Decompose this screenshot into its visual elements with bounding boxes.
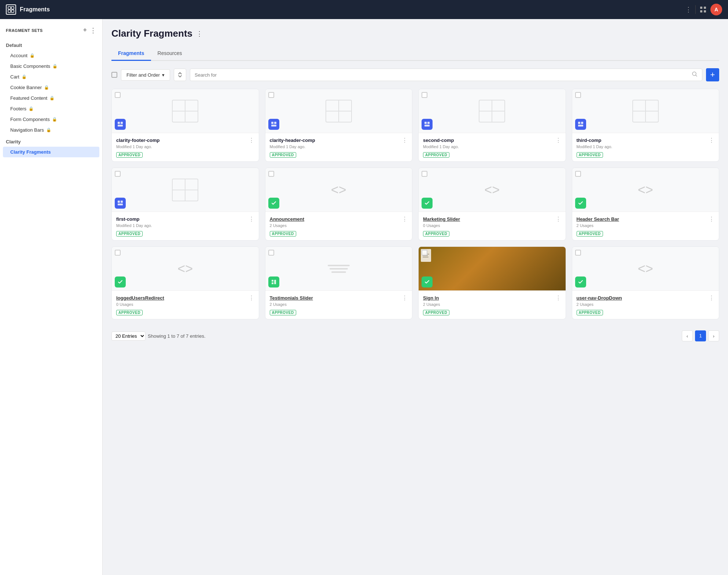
card-badge: APPROVED	[423, 152, 449, 158]
card-dots-icon[interactable]: ⋮	[555, 137, 561, 144]
card-badge: APPROVED	[577, 310, 603, 315]
layout-preview-icon	[324, 98, 353, 124]
card-icon-badge	[268, 276, 279, 288]
search-input[interactable]	[195, 72, 689, 78]
card-dots-icon[interactable]: ⋮	[249, 216, 254, 223]
prev-page-button[interactable]: ‹	[682, 330, 693, 341]
card-name[interactable]: Sign In	[423, 295, 439, 301]
fragment-card-first-comp[interactable]: first-comp ⋮ Modified 1 Day ago. APPROVE…	[111, 168, 259, 241]
sidebar-item-clarity-fragments[interactable]: Clarity Fragments	[3, 147, 99, 157]
tab-resources[interactable]: Resources	[151, 47, 189, 61]
card-checkbox[interactable]	[575, 92, 581, 98]
layout-preview-icon	[170, 177, 200, 203]
sidebar-item-footers-label: Footers	[10, 106, 26, 111]
card-checkbox[interactable]	[422, 250, 427, 256]
sidebar-item-navigation-bars[interactable]: Navigation Bars 🔒	[0, 125, 102, 135]
next-page-button[interactable]: ›	[708, 330, 719, 341]
fragment-card-sign-in[interactable]: Sign In ⋮ 2 Usages APPROVED	[418, 246, 566, 319]
fragment-card-third-comp[interactable]: third-comp ⋮ Modified 1 Day ago. APPROVE…	[572, 89, 720, 162]
add-fragment-set-icon[interactable]: +	[83, 26, 87, 34]
top-nav-left: Fragments	[6, 4, 50, 15]
sidebar-item-footers[interactable]: Footers 🔒	[0, 103, 102, 114]
top-nav-grid-icon[interactable]	[699, 6, 707, 13]
card-name[interactable]: loggedUsersRedirect	[116, 295, 164, 301]
sidebar-item-form-components[interactable]: Form Components 🔒	[0, 114, 102, 125]
fragment-card-clarity-footer-comp[interactable]: clarity-footer-comp ⋮ Modified 1 Day ago…	[111, 89, 259, 162]
svg-rect-6	[700, 10, 702, 12]
sidebar-item-account[interactable]: Account 🔒	[0, 50, 102, 61]
text-lines-preview	[328, 265, 350, 273]
card-checkbox[interactable]	[268, 92, 274, 98]
card-checkbox[interactable]	[575, 250, 581, 256]
card-dots-icon[interactable]: ⋮	[402, 294, 408, 301]
layout-preview-icon	[631, 98, 660, 124]
card-checkbox[interactable]	[115, 92, 121, 98]
card-dots-icon[interactable]: ⋮	[709, 137, 714, 144]
entries-select[interactable]: 20 Entries 10 Entries 5 Entries	[111, 332, 146, 341]
card-preview: <>	[572, 247, 719, 291]
fragment-card-testimonials-slider[interactable]: Testimonials Slider ⋮ 2 Usages APPROVED	[265, 246, 413, 319]
card-name[interactable]: Marketing Slider	[423, 216, 460, 222]
card-name[interactable]: Testimonials Slider	[270, 295, 313, 301]
card-preview: <>	[112, 247, 259, 291]
sort-button[interactable]	[174, 69, 186, 81]
card-meta: Modified 1 Day ago.	[423, 144, 561, 149]
fragment-card-marketing-slider[interactable]: <> Marketing Slider ⋮ 0 Usages APPROVED	[418, 168, 566, 241]
svg-rect-2	[8, 10, 11, 12]
sidebar-item-featured-content[interactable]: Featured Content 🔒	[0, 93, 102, 103]
card-checkbox[interactable]	[115, 171, 121, 177]
fragment-set-menu-icon[interactable]: ⋮	[90, 26, 96, 34]
add-button[interactable]: +	[706, 68, 719, 81]
fragment-card-logged-users-redirect[interactable]: <> loggedUsersRedirect ⋮ 0 Usages APPROV…	[111, 246, 259, 319]
card-checkbox[interactable]	[268, 171, 274, 177]
tab-fragments[interactable]: Fragments	[111, 47, 151, 61]
code-preview-icon: <>	[484, 182, 500, 198]
card-checkbox[interactable]	[575, 171, 581, 177]
filter-order-button[interactable]: Filter and Order ▾	[121, 69, 170, 81]
card-badge: APPROVED	[116, 152, 143, 158]
card-checkbox[interactable]	[268, 250, 274, 256]
card-dots-icon[interactable]: ⋮	[709, 216, 714, 223]
fragment-grid: clarity-footer-comp ⋮ Modified 1 Day ago…	[111, 89, 719, 319]
fragment-card-announcement[interactable]: <> Announcement ⋮ 2 Usages APPROVED	[265, 168, 413, 241]
top-nav-dots-icon[interactable]: ⋮	[685, 6, 692, 14]
card-body: Sign In ⋮ 2 Usages APPROVED	[419, 291, 566, 319]
sidebar-item-cookie-banner[interactable]: Cookie Banner 🔒	[0, 82, 102, 93]
card-badge: APPROVED	[270, 231, 296, 237]
page-menu-icon[interactable]: ⋮	[196, 30, 203, 38]
card-body: clarity-header-comp ⋮ Modified 1 Day ago…	[265, 133, 412, 161]
card-name-row: clarity-header-comp ⋮	[270, 137, 408, 144]
user-avatar[interactable]: A	[710, 4, 722, 15]
fragment-card-header-search-bar[interactable]: <> Header Search Bar ⋮ 2 Usages APPROVED	[572, 168, 720, 241]
select-all-checkbox[interactable]	[111, 72, 117, 78]
card-dots-icon[interactable]: ⋮	[709, 294, 714, 301]
card-checkbox[interactable]	[422, 171, 427, 177]
card-name[interactable]: Announcement	[270, 216, 305, 222]
card-badge: APPROVED	[270, 310, 296, 315]
card-checkbox[interactable]	[115, 250, 121, 256]
card-dots-icon[interactable]: ⋮	[555, 216, 561, 223]
card-icon-badge	[575, 276, 586, 288]
fragment-card-second-comp[interactable]: second-comp ⋮ Modified 1 Day ago. APPROV…	[418, 89, 566, 162]
sidebar-item-basic-components[interactable]: Basic Components 🔒	[0, 61, 102, 72]
card-dots-icon[interactable]: ⋮	[402, 216, 408, 223]
code-preview-icon: <>	[331, 182, 346, 198]
page-1-button[interactable]: 1	[695, 330, 706, 341]
card-meta: 2 Usages	[577, 302, 715, 307]
fragment-card-user-nav-dropdown[interactable]: <> user-nav-DropDown ⋮ 2 Usages APPROVED	[572, 246, 720, 319]
cart-lock-icon: 🔒	[22, 74, 27, 79]
sidebar: FRAGMENT SETS + ⋮ Default Account 🔒 Basi…	[0, 19, 103, 575]
card-name[interactable]: Header Search Bar	[577, 216, 619, 222]
card-dots-icon[interactable]: ⋮	[402, 137, 408, 144]
card-dots-icon[interactable]: ⋮	[555, 294, 561, 301]
sidebar-item-cart[interactable]: Cart 🔒	[0, 72, 102, 82]
card-name-row: loggedUsersRedirect ⋮	[116, 294, 254, 301]
card-name[interactable]: user-nav-DropDown	[577, 295, 622, 301]
fragment-card-clarity-header-comp[interactable]: clarity-header-comp ⋮ Modified 1 Day ago…	[265, 89, 413, 162]
card-checkbox[interactable]	[422, 92, 427, 98]
card-dots-icon[interactable]: ⋮	[249, 294, 254, 301]
card-dots-icon[interactable]: ⋮	[249, 137, 254, 144]
svg-rect-12	[118, 122, 120, 124]
svg-rect-38	[118, 204, 123, 205]
page-header: Clarity Fragments ⋮	[111, 28, 719, 39]
